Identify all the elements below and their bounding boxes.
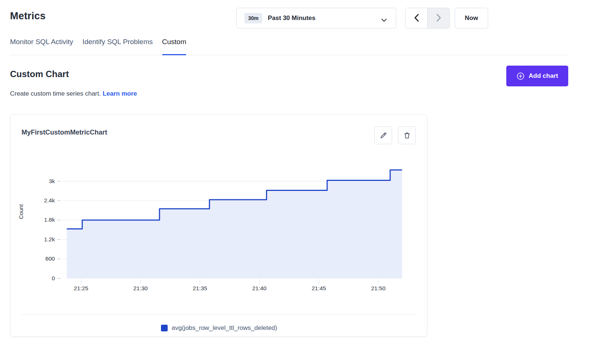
x-axis-tick-label: 21:40 xyxy=(244,285,275,292)
x-axis-tick-label: 21:45 xyxy=(303,285,335,292)
chart-plot xyxy=(10,156,428,303)
tab-identify-sql-problems[interactable]: Identify SQL Problems xyxy=(82,37,152,55)
time-range-selector[interactable]: 30m Past 30 Minutes xyxy=(236,8,396,29)
chart-legend: avg(jobs_row_level_ttl_rows_deleted) xyxy=(10,321,428,335)
y-axis-tick-label: 2.4k xyxy=(30,197,55,204)
tab-custom[interactable]: Custom xyxy=(162,37,186,55)
trash-icon xyxy=(403,132,411,139)
chart-title: MyFirstCustomMetricChart xyxy=(22,129,107,136)
legend-swatch xyxy=(161,325,168,331)
time-range-label: Past 30 Minutes xyxy=(268,14,316,22)
add-chart-button[interactable]: Add chart xyxy=(506,66,568,86)
plus-circle-icon xyxy=(516,72,525,80)
subtitle-text: Create custom time series chart. xyxy=(10,90,101,97)
custom-chart-card: MyFirstCustomMetricChart Count 06001.2k1… xyxy=(10,114,427,337)
time-range-badge: 30m xyxy=(244,13,262,23)
metrics-page: Metrics 30m Past 30 Minutes Now Monitor … xyxy=(0,0,612,364)
y-axis-tick-label: 0 xyxy=(30,275,55,282)
tab-monitor-sql-activity[interactable]: Monitor SQL Activity xyxy=(10,37,73,55)
x-axis-tick-label: 21:35 xyxy=(184,285,215,292)
x-axis-tick-label: 21:25 xyxy=(66,285,97,292)
time-forward-button[interactable] xyxy=(427,8,450,28)
page-title: Metrics xyxy=(10,10,46,22)
legend-label: avg(jobs_row_level_ttl_rows_deleted) xyxy=(172,324,277,332)
learn-more-link[interactable]: Learn more xyxy=(103,90,137,97)
tab-bar: Monitor SQL Activity Identify SQL Proble… xyxy=(10,37,569,55)
time-series-chart: Count 06001.2k1.8k2.4k3k21:2521:3021:352… xyxy=(10,156,428,303)
y-axis-tick-label: 1.8k xyxy=(30,216,55,223)
section-title: Custom Chart xyxy=(10,69,69,79)
y-axis-tick-label: 3k xyxy=(30,178,55,185)
add-chart-label: Add chart xyxy=(529,72,558,80)
x-axis-tick-label: 21:50 xyxy=(363,285,394,292)
time-back-button[interactable] xyxy=(405,8,427,28)
chevron-left-icon xyxy=(414,14,419,23)
x-axis-tick-label: 21:30 xyxy=(125,285,156,292)
now-button[interactable]: Now xyxy=(455,8,488,29)
y-axis-tick-label: 600 xyxy=(30,255,55,262)
chevron-right-icon xyxy=(437,14,441,23)
legend-divider xyxy=(22,314,417,315)
delete-chart-button[interactable] xyxy=(398,126,416,144)
y-axis-tick-label: 1.2k xyxy=(30,236,55,243)
edit-chart-button[interactable] xyxy=(374,126,392,144)
pencil-icon xyxy=(379,132,387,139)
time-nav-group xyxy=(405,8,450,29)
section-subtitle: Create custom time series chart.Learn mo… xyxy=(10,90,137,97)
chevron-down-icon xyxy=(381,17,387,24)
